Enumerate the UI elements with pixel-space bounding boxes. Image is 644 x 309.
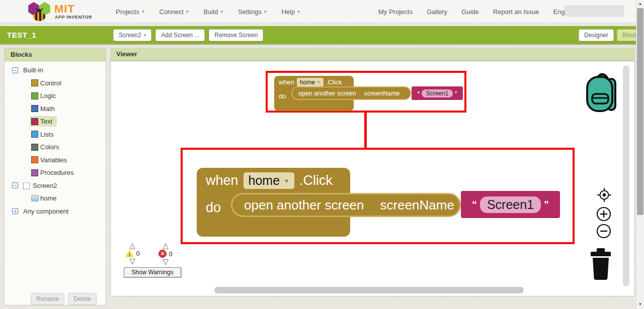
palette-header: Blocks [5,48,106,61]
expand-icon[interactable] [12,208,18,214]
procedures-category-icon [31,169,38,176]
scroll-down-arrow-icon[interactable]: ▼ [636,302,644,306]
open-screen-block-zoomed: open another screen screenName [231,193,461,217]
show-warnings-button[interactable]: Show Warnings [124,267,181,277]
triangle-down-icon: ▽ [129,258,135,265]
trash-icon[interactable] [590,248,611,280]
collapse-icon[interactable] [12,182,18,188]
workspace-horizontal-scrollbar[interactable] [214,287,524,293]
math-category-icon [31,105,38,112]
tree-item-text[interactable]: Text [5,115,106,128]
colors-category-icon [31,144,38,151]
link-report-an-issue[interactable]: Report an Issue [493,8,539,16]
tree-item-any-component[interactable]: Any component [5,205,106,218]
do-label: do [279,92,286,100]
annotation-connector-line [364,112,367,149]
menu-help[interactable]: Help ▾ [281,8,299,16]
page-scrollbar[interactable]: ▲ ▼ [636,0,644,309]
chevron-down-icon: ▾ [264,9,267,14]
user-account-box[interactable] [565,5,624,17]
chevron-down-icon: ▾ [142,9,144,14]
tree-item-variables[interactable]: Variables [5,154,106,167]
project-name: TEST_1 [7,31,36,39]
button-component-icon [31,195,39,201]
link-my-projects[interactable]: My Projects [378,8,413,16]
screen-selector-button[interactable]: Screen2 ▾ [113,29,151,41]
logo-subtitle: APP INVENTOR [55,15,92,20]
tree-item-screen2[interactable]: Screen2 [5,179,106,192]
project-toolbar: TEST_1 Screen2 ▾ Add Screen ... Remove S… [0,26,636,44]
screen-buttons: Screen2 ▾ Add Screen ... Remove Screen [113,29,263,41]
component-dropdown: home ▼ [244,172,294,189]
top-navbar: MIT APP INVENTOR Projects ▾ Connect ▾ Bu… [0,0,636,23]
warnings-indicator: △ ! 0 ▽ [127,242,138,265]
variables-category-icon [31,156,38,163]
scrollbar-thumb[interactable] [637,8,643,215]
error-icon: ✕ [158,250,167,258]
main-menu: Projects ▾ Connect ▾ Build ▾ Settings ▾ … [116,0,300,23]
add-screen-button[interactable]: Add Screen ... [155,29,205,41]
chevron-down-icon: ▾ [144,33,146,38]
app-inventor-window: MIT APP INVENTOR Projects ▾ Connect ▾ Bu… [0,0,644,309]
string-value[interactable]: Screen1 [422,89,453,97]
tree-item-lists[interactable]: Lists [5,128,106,141]
when-block-header: when home ▼ .Click [197,168,350,189]
screen-actions: Rename Delete [31,293,97,305]
remove-screen-button[interactable]: Remove Screen [209,29,263,41]
view-toggle: Designer Blocks [579,29,644,41]
string-value: Screen1 [480,196,541,213]
backpack-icon[interactable] [583,70,621,117]
open-screen-block[interactable]: open another screen screenName [291,86,411,100]
link-gallery[interactable]: Gallery [427,8,447,16]
blocks-workspace[interactable]: when home ▼ .Click do open another scree… [110,61,635,296]
zoom-out-icon[interactable] [596,223,612,239]
tree-item-home[interactable]: home [5,192,106,205]
scroll-up-arrow-icon[interactable]: ▲ [636,2,644,6]
chevron-down-icon: ▾ [220,9,223,14]
chevron-down-icon: ▼ [317,80,320,84]
selected-highlight: Text [30,116,57,127]
component-dropdown[interactable]: home ▼ [297,78,324,86]
zoom-in-icon[interactable] [596,206,612,222]
designer-button[interactable]: Designer [579,29,614,41]
tree-item-colors[interactable]: Colors [5,141,106,154]
blocks-palette: Blocks Built-in Control Logic Math [4,48,106,305]
triangle-down-icon: ▽ [163,258,169,265]
tree-item-math[interactable]: Math [5,102,106,116]
text-string-block-zoomed: “ Screen1 ” [461,191,560,218]
rename-button[interactable]: Rename [31,293,64,305]
workspace-vertical-scrollbar[interactable] [623,65,629,286]
tree-item-control[interactable]: Control [5,77,106,90]
tree-item-procedures[interactable]: Procedures [5,166,106,179]
triangle-up-icon: △ [129,242,135,249]
text-string-block[interactable]: “ Screen1 ” [412,86,463,100]
logo-mit-text: MIT [54,3,75,16]
bee-icon [29,8,49,22]
lists-category-icon [31,131,38,138]
warning-icon: ! [125,250,134,257]
menu-build[interactable]: Build ▾ [203,8,222,16]
logic-category-icon [31,92,38,99]
warning-count: 0 [136,250,139,257]
chevron-down-icon: ▼ [284,178,289,184]
chevron-down-icon: ▾ [297,9,300,14]
menu-connect[interactable]: Connect ▾ [159,8,189,16]
menu-settings[interactable]: Settings ▾ [238,8,267,16]
screen-icon [23,182,30,189]
text-category-icon [31,118,38,125]
chevron-down-icon: ▾ [186,9,189,14]
center-blocks-icon[interactable] [596,187,612,203]
app-logo[interactable]: MIT APP INVENTOR [25,1,101,22]
delete-button[interactable]: Delete [68,293,97,305]
tree-item-logic[interactable]: Logic [5,89,106,102]
collapse-icon[interactable] [12,67,18,73]
link-guide[interactable]: Guide [461,8,479,16]
menu-projects[interactable]: Projects ▾ [116,8,144,16]
viewer-header: Viewer [110,48,635,61]
triangle-up-icon: △ [163,242,169,249]
control-category-icon [31,79,38,86]
error-count: 0 [169,250,172,258]
viewer-panel: Viewer when home ▼ .Click do open ano [110,48,635,296]
blocks-tree: Built-in Control Logic Math Text [5,64,106,218]
tree-item-built-in[interactable]: Built-in [5,64,106,77]
